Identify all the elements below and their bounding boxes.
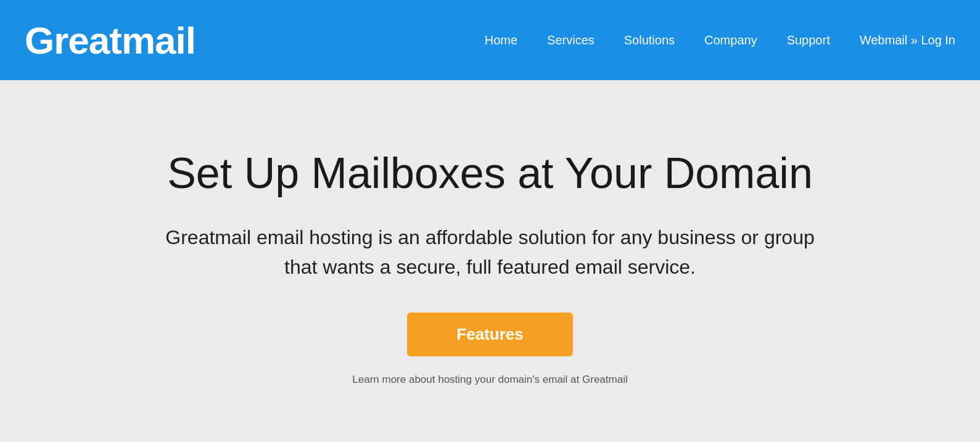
nav-item-support[interactable]: Support — [787, 33, 830, 47]
main-nav: Home Services Solutions Company Support … — [485, 33, 955, 47]
nav-item-home[interactable]: Home — [485, 33, 517, 47]
features-button[interactable]: Features — [407, 313, 572, 356]
hero-caption: Learn more about hosting your domain's e… — [352, 374, 627, 386]
brand-logo[interactable]: Greatmail — [25, 18, 196, 62]
nav-item-webmail-login[interactable]: Webmail » Log In — [860, 33, 955, 47]
nav-item-company[interactable]: Company — [704, 33, 757, 47]
hero-title: Set Up Mailboxes at Your Domain — [167, 149, 813, 198]
hero-subtitle: Greatmail email hosting is an affordable… — [151, 223, 830, 282]
hero-section: Set Up Mailboxes at Your Domain Greatmai… — [0, 80, 980, 442]
header: Greatmail Home Services Solutions Compan… — [0, 0, 980, 80]
nav-item-services[interactable]: Services — [547, 33, 595, 47]
nav-item-solutions[interactable]: Solutions — [624, 33, 675, 47]
